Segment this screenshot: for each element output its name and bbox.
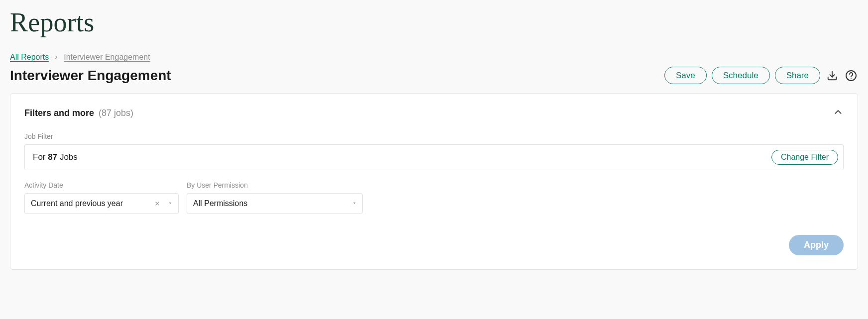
apply-button[interactable]: Apply: [789, 235, 844, 255]
job-filter-label: Job Filter: [24, 132, 844, 140]
report-actions: Save Schedule Share: [664, 67, 858, 84]
report-title: Interviewer Engagement: [10, 68, 171, 84]
activity-date-label: Activity Date: [24, 181, 179, 189]
activity-date-select[interactable]: Current and previous year: [24, 193, 179, 214]
help-icon[interactable]: [844, 69, 858, 83]
breadcrumb: All Reports Interviewer Engagement: [10, 53, 858, 62]
job-filter-text: For 87 Jobs: [33, 152, 78, 162]
job-filter-box: For 87 Jobs Change Filter: [24, 144, 844, 170]
clear-icon[interactable]: [153, 200, 161, 208]
permission-value: All Permissions: [193, 199, 247, 208]
change-filter-button[interactable]: Change Filter: [771, 150, 838, 165]
job-filter-prefix: For: [33, 152, 48, 162]
caret-down-icon: [167, 199, 173, 208]
job-filter-suffix: Jobs: [57, 152, 78, 162]
filters-header[interactable]: Filters and more (87 jobs): [24, 106, 844, 119]
filters-subtitle: (87 jobs): [99, 108, 133, 118]
caret-down-icon: [351, 199, 357, 208]
chevron-right-icon: [54, 55, 59, 60]
filters-card: Filters and more (87 jobs) Job Filter Fo…: [10, 93, 858, 270]
download-icon[interactable]: [825, 69, 839, 83]
breadcrumb-root-link[interactable]: All Reports: [10, 53, 49, 62]
permission-select[interactable]: All Permissions: [187, 193, 363, 214]
schedule-button[interactable]: Schedule: [712, 67, 770, 84]
permission-label: By User Permission: [187, 181, 363, 189]
activity-date-value: Current and previous year: [31, 199, 123, 208]
page-title: Reports: [10, 7, 858, 38]
job-filter-count: 87: [48, 152, 57, 162]
save-button[interactable]: Save: [664, 67, 707, 84]
breadcrumb-current: Interviewer Engagement: [64, 53, 150, 62]
share-button[interactable]: Share: [775, 67, 820, 84]
chevron-up-icon: [833, 106, 844, 119]
filters-title: Filters and more: [24, 108, 94, 118]
